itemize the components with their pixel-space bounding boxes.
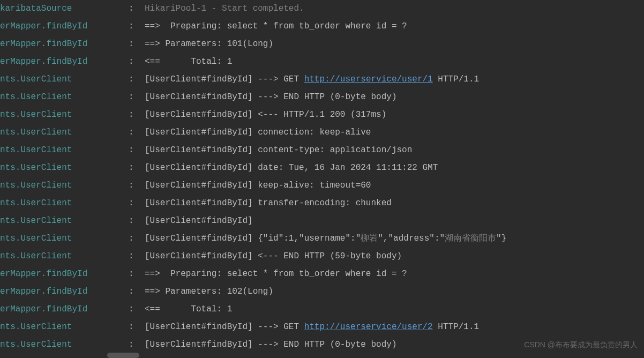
logger-name: nts.UserClient [0, 212, 129, 230]
log-line: nts.UserClient: [UserClient#findById] <-… [0, 248, 644, 265]
logger-name: nts.UserClient [0, 124, 129, 141]
separator: : [129, 159, 145, 177]
separator: : [129, 53, 145, 71]
log-message: [UserClient#findById] <--- HTTP/1.1 200 … [145, 106, 644, 124]
log-line: nts.UserClient: [UserClient#findById] [0, 212, 644, 230]
log-line: nts.UserClient: [UserClient#findById] {"… [0, 230, 644, 248]
log-message: ==> Preparing: select * from tb_order wh… [145, 265, 644, 283]
logger-name: nts.UserClient [0, 177, 129, 195]
separator: : [129, 318, 145, 336]
log-line: nts.UserClient: [UserClient#findById] --… [0, 71, 644, 88]
log-message: [UserClient#findById] date: Tue, 16 Jan … [145, 159, 644, 177]
log-message: [UserClient#findById] ---> GET http://us… [145, 318, 644, 336]
log-line: nts.UserClient: [UserClient#findById] <-… [0, 106, 644, 124]
log-message: ==> Preparing: select * from tb_order wh… [145, 18, 644, 35]
log-line: nts.UserClient: [UserClient#findById] --… [0, 318, 644, 336]
log-message: [UserClient#findById] ---> END HTTP (0-b… [145, 88, 644, 106]
log-link[interactable]: http://userservice/user/1 [304, 74, 433, 84]
log-line: erMapper.findById: ==> Preparing: select… [0, 18, 644, 35]
separator: : [129, 0, 145, 18]
separator: : [129, 88, 145, 106]
logger-name: erMapper.findById [0, 301, 129, 318]
log-line: erMapper.findById: <== Total: 1 [0, 53, 644, 71]
log-line: erMapper.findById: ==> Preparing: select… [0, 265, 644, 283]
log-message: <== Total: 1 [145, 53, 644, 71]
logger-name: nts.UserClient [0, 248, 129, 265]
log-message: <== Total: 1 [145, 301, 644, 318]
log-message: ==> Parameters: 101(Long) [145, 35, 644, 53]
logger-name: nts.UserClient [0, 71, 129, 88]
separator: : [129, 283, 145, 301]
separator: : [129, 212, 145, 230]
separator: : [129, 141, 145, 159]
separator: : [129, 18, 145, 35]
log-message: [UserClient#findById] [145, 212, 644, 230]
log-output: karibataSource: HikariPool-1 - Start com… [0, 0, 644, 358]
logger-name: karibataSource [0, 0, 129, 18]
log-message: HikariPool-1 - Start completed. [145, 0, 644, 18]
separator: : [129, 35, 145, 53]
log-line: karibataSource: HikariPool-1 - Start com… [0, 0, 644, 18]
log-line: nts.UserClient: [UserClient#findById] ke… [0, 177, 644, 195]
separator: : [129, 265, 145, 283]
log-message: [UserClient#findById] transfer-encoding:… [145, 195, 644, 212]
logger-name: nts.UserClient [0, 106, 129, 124]
log-line: erMapper.findById: ==> Parameters: 102(L… [0, 283, 644, 301]
separator: : [129, 124, 145, 141]
log-line: nts.UserClient: [UserClient#findById] co… [0, 141, 644, 159]
log-link[interactable]: http://userservice/user/2 [304, 322, 433, 332]
log-line: erMapper.findById: ==> Parameters: 101(L… [0, 35, 644, 53]
json-value: 湖南省衡阳市 [445, 234, 496, 243]
json-value: 柳岩 [361, 234, 378, 243]
logger-name: nts.UserClient [0, 88, 129, 106]
logger-name: nts.UserClient [0, 141, 129, 159]
separator: : [129, 177, 145, 195]
separator: : [129, 336, 145, 354]
watermark: CSDN @布布要成为最负责的男人 [524, 336, 638, 354]
logger-name: erMapper.findById [0, 53, 129, 71]
logger-name: erMapper.findById [0, 283, 129, 301]
separator: : [129, 106, 145, 124]
log-line: nts.UserClient: [UserClient#findById] co… [0, 124, 644, 141]
separator: : [129, 195, 145, 212]
log-line: nts.UserClient: [UserClient#findById] da… [0, 159, 644, 177]
log-line: nts.UserClient: [UserClient#findById] <-… [0, 354, 644, 358]
separator: : [129, 301, 145, 318]
logger-name: nts.UserClient [0, 195, 129, 212]
log-message: [UserClient#findById] ---> GET http://us… [145, 71, 644, 88]
log-line: nts.UserClient: [UserClient#findById] tr… [0, 195, 644, 212]
separator: : [129, 230, 145, 248]
log-message: [UserClient#findById] <--- HTTP/1.1 200 … [145, 354, 644, 358]
logger-name: erMapper.findById [0, 265, 129, 283]
logger-name: erMapper.findById [0, 35, 129, 53]
log-line: erMapper.findById: <== Total: 1 [0, 301, 644, 318]
logger-name: nts.UserClient [0, 336, 129, 354]
log-message: [UserClient#findById] <--- END HTTP (59-… [145, 248, 644, 265]
log-message: [UserClient#findById] content-type: appl… [145, 141, 644, 159]
logger-name: nts.UserClient [0, 318, 129, 336]
log-line: nts.UserClient: [UserClient#findById] --… [0, 88, 644, 106]
log-message: [UserClient#findById] {"id":1,"username"… [145, 230, 644, 248]
log-message: [UserClient#findById] connection: keep-a… [145, 124, 644, 141]
separator: : [129, 71, 145, 88]
log-message: [UserClient#findById] keep-alive: timeou… [145, 177, 644, 195]
log-message: ==> Parameters: 102(Long) [145, 283, 644, 301]
separator: : [129, 248, 145, 265]
logger-name: erMapper.findById [0, 18, 129, 35]
horizontal-scrollbar-thumb[interactable] [107, 353, 139, 358]
logger-name: nts.UserClient [0, 230, 129, 248]
logger-name: nts.UserClient [0, 159, 129, 177]
